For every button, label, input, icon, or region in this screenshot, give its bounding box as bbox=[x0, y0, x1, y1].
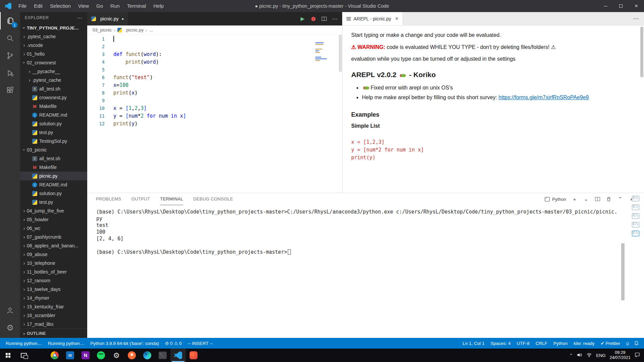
minimize-button[interactable] bbox=[598, 0, 613, 12]
tree-item-16-scrambler[interactable]: ›16_scrambler bbox=[20, 311, 87, 320]
explorer-icon[interactable]: 1 bbox=[0, 12, 20, 29]
status-item-running-python[interactable]: Running python… bbox=[3, 338, 45, 349]
status-item-python-3-8-8-64-bit-base[interactable]: Python 3.8.8 64-bit ('base': conda) bbox=[87, 338, 162, 349]
code-line-7[interactable]: 7x=100 bbox=[87, 81, 342, 89]
arepl-more-actions-icon[interactable]: ⋯ bbox=[633, 15, 644, 22]
code-line-2[interactable]: 2 bbox=[87, 43, 342, 50]
tray-chevron-up-icon[interactable]: ⌃ bbox=[569, 353, 573, 358]
code-line-10[interactable]: 10x = [1,2,3] bbox=[87, 104, 342, 112]
unsaved-dot-icon[interactable]: ● bbox=[121, 17, 124, 21]
terminal-dropdown-icon[interactable]: ⌄ bbox=[583, 196, 589, 202]
split-editor-icon[interactable] bbox=[319, 14, 329, 23]
tree-item-solution-py[interactable]: solution.py bbox=[20, 189, 87, 198]
breadcrumb-symbol[interactable]: ... bbox=[149, 27, 153, 33]
code-line-8[interactable]: 8print(x) bbox=[87, 89, 342, 97]
tree-item-picnic-py[interactable]: picnic.py bbox=[20, 172, 87, 180]
editor-scrollbar[interactable] bbox=[339, 35, 342, 72]
taskbar-app-file-explorer[interactable] bbox=[32, 349, 47, 362]
start-button[interactable] bbox=[0, 349, 16, 362]
taskbar-app-postman[interactable] bbox=[124, 349, 140, 362]
run-python-file-button[interactable]: ▶ bbox=[298, 14, 307, 23]
status-item-ln-1-col-1[interactable]: Ln 1, Col 1 bbox=[460, 338, 487, 349]
tree-item-testingsol-py[interactable]: TestingSol.py bbox=[20, 137, 87, 145]
arepl-scrollbar[interactable] bbox=[640, 27, 643, 77]
panel-tab-output[interactable]: OUTPUT bbox=[131, 193, 150, 205]
menu-file[interactable]: File bbox=[15, 0, 30, 12]
tree-item-test-py[interactable]: test.py bbox=[20, 198, 87, 206]
status-item-kite-ready[interactable]: kite: ready bbox=[571, 338, 597, 349]
tree-item-10-telephone[interactable]: ›10_telephone bbox=[20, 259, 87, 267]
tree-item-all-test-sh[interactable]: $all_test.sh bbox=[20, 84, 87, 93]
tree-item-pycache[interactable]: ›__pycache__ bbox=[20, 67, 87, 76]
tree-item-makefile[interactable]: MMakefile bbox=[20, 163, 87, 172]
tree-item-01-hello[interactable]: ›01_hello bbox=[20, 50, 87, 58]
maximize-panel-icon[interactable]: ⌃ bbox=[617, 196, 623, 202]
taskbar-app-task-view[interactable] bbox=[16, 349, 32, 362]
network-wifi-icon[interactable] bbox=[586, 353, 592, 358]
tree-item-pytest-cache[interactable]: ›.pytest_cache bbox=[20, 76, 87, 84]
tree-item-makefile[interactable]: MMakefile bbox=[20, 102, 87, 111]
new-terminal-icon[interactable]: + bbox=[572, 196, 578, 202]
tree-item-pytest-cache[interactable]: ›.pytest_cache bbox=[20, 32, 87, 41]
menu-selection[interactable]: Selection bbox=[46, 0, 74, 12]
taskbar-app-vscode[interactable] bbox=[170, 349, 186, 362]
terminal-instance-icon[interactable] bbox=[632, 213, 639, 219]
tree-item-solution-py[interactable]: solution.py bbox=[20, 119, 87, 128]
menu-run[interactable]: Run bbox=[107, 0, 123, 12]
notifications-bell-icon[interactable] bbox=[632, 338, 641, 349]
outline-section[interactable]: › OUTLINE bbox=[20, 328, 87, 338]
menu-go[interactable]: Go bbox=[93, 0, 107, 12]
code-line-1[interactable]: 1 bbox=[87, 35, 342, 43]
kill-terminal-icon[interactable] bbox=[606, 197, 612, 202]
taskbar-app-spotify[interactable] bbox=[93, 349, 109, 362]
tree-item-readme-md[interactable]: iREADME.md bbox=[20, 111, 87, 119]
tab-arepl[interactable]: AREPL - picnic.py × bbox=[342, 12, 403, 25]
status-item-crlf[interactable]: CRLF bbox=[533, 338, 550, 349]
terminal-scrollbar[interactable] bbox=[621, 243, 625, 300]
code-line-4[interactable]: 4 print(word) bbox=[87, 58, 342, 66]
search-icon[interactable] bbox=[0, 29, 20, 47]
tree-item-vscode[interactable]: ›.vscode bbox=[20, 41, 87, 50]
volume-icon[interactable] bbox=[577, 353, 582, 358]
tree-item-readme-md[interactable]: iREADME.md bbox=[20, 180, 87, 189]
status-item-prettier[interactable]: ✔ Prettier bbox=[597, 338, 623, 349]
code-line-12[interactable]: 12print(y) bbox=[87, 120, 342, 127]
editor-more-actions-icon[interactable]: ⋯ bbox=[330, 14, 339, 23]
code-line-11[interactable]: 11y = [num*2 for num in x] bbox=[87, 112, 342, 120]
terminal-instance-icon[interactable] bbox=[632, 222, 639, 228]
maximize-button[interactable] bbox=[613, 0, 629, 12]
extensions-icon[interactable] bbox=[0, 82, 20, 99]
close-window-button[interactable]: × bbox=[629, 0, 644, 12]
taskbar-app-chrome[interactable] bbox=[47, 349, 62, 362]
status-item-0-0[interactable]: ⊘ 0 ⚠ 0 bbox=[162, 338, 185, 349]
taskbar-app-onenote[interactable]: N bbox=[78, 349, 93, 362]
terminal-shell-select[interactable]: Python bbox=[545, 197, 566, 202]
code-line-9[interactable]: 9 bbox=[87, 97, 342, 104]
tree-item-12-ransom[interactable]: ›12_ransom bbox=[20, 276, 87, 285]
tree-item-13-twelve-days[interactable]: ›13_twelve_days bbox=[20, 285, 87, 294]
tree-item-05-howler[interactable]: ›05_howler bbox=[20, 215, 87, 224]
close-arepl-icon[interactable]: × bbox=[395, 16, 398, 22]
breadcrumb-file[interactable]: picnic.py bbox=[126, 27, 144, 33]
tree-item-test-py[interactable]: test.py bbox=[20, 128, 87, 137]
explorer-more-actions-icon[interactable]: ⋯ bbox=[77, 15, 83, 21]
code-line-3[interactable]: 3def funct(word): bbox=[87, 50, 342, 58]
code-line-6[interactable]: 6funct("test") bbox=[87, 73, 342, 81]
tree-item-all-test-sh[interactable]: $all_test.sh bbox=[20, 154, 87, 163]
source-control-icon[interactable] bbox=[0, 47, 20, 64]
taskbar-app-terminal-app[interactable] bbox=[155, 349, 170, 362]
tree-item-04-jump-the-five[interactable]: ›04_jump_the_five bbox=[20, 206, 87, 215]
status-item-python[interactable]: Python bbox=[550, 338, 571, 349]
menu-view[interactable]: View bbox=[74, 0, 93, 12]
status-item-spaces-4[interactable]: Spaces: 4 bbox=[488, 338, 514, 349]
status-item-insert[interactable]: -- INSERT -- bbox=[185, 338, 216, 349]
settings-gear-icon[interactable]: ⚙ bbox=[0, 319, 20, 337]
code-editor[interactable]: 123def funct(word):4 print(word)56funct(… bbox=[87, 35, 342, 193]
action-center-icon[interactable] bbox=[635, 352, 640, 358]
terminal[interactable]: (base) C:\Users\RhysL\Desktop\Code\tiny_… bbox=[87, 205, 644, 338]
code-line-5[interactable]: 5 bbox=[87, 66, 342, 73]
tree-item-11-bottles-of-beer[interactable]: ›11_bottles_of_beer bbox=[20, 267, 87, 276]
tree-item-15-kentucky-friar[interactable]: ›15_kentucky_friar bbox=[20, 302, 87, 311]
terminal-instance-icon[interactable] bbox=[632, 231, 639, 236]
tree-item-17-mad-libs[interactable]: ›17_mad_libs bbox=[20, 320, 87, 328]
